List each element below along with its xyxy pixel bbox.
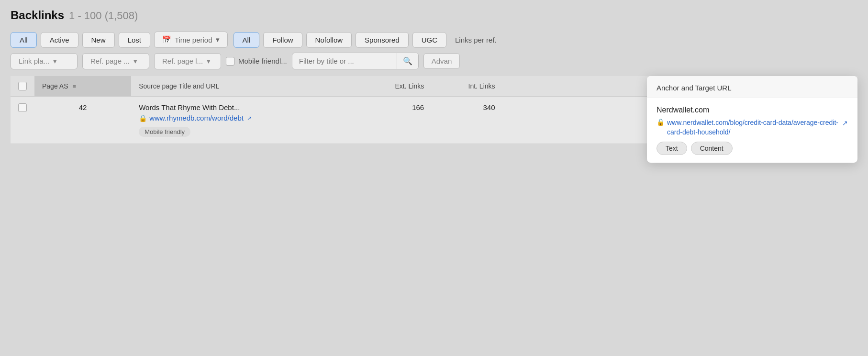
filter-row2: Link pla... ▾ Ref. page ... ▾ Ref. page … [11, 53, 857, 69]
mobile-friendly-label: Mobile friendl... [238, 57, 287, 65]
anchor-domain: Nerdwallet.com [657, 106, 848, 114]
ext-links-cell: 166 [357, 97, 432, 144]
select-all-checkbox[interactable] [18, 82, 27, 90]
th-ext-links-label: Ext. Links [395, 82, 424, 90]
anchor-lock-icon: 🔒 [657, 118, 665, 126]
anchor-panel-header: Anchor and Target URL [647, 76, 857, 98]
anchor-url-row: 🔒 www.nerdwallet.com/blog/credit-card-da… [657, 118, 848, 137]
chevron-down-icon: ▾ [53, 57, 57, 66]
th-int-links: Int. Links [432, 76, 502, 97]
tab-new[interactable]: New [82, 32, 115, 48]
anchor-type-text-button[interactable]: Text [657, 142, 687, 155]
th-checkbox [11, 76, 34, 97]
page-title: Backlinks [11, 9, 64, 22]
tab-follow[interactable]: Follow [263, 32, 302, 48]
th-int-links-label: Int. Links [468, 82, 495, 90]
ref-page-dropdown[interactable]: Ref. page ... ▾ [82, 53, 149, 69]
anchor-type-content-button[interactable]: Content [691, 142, 733, 155]
filter-title-input[interactable] [292, 54, 397, 68]
source-cell: Words That Rhyme With Debt... 🔒 www.rhym… [131, 97, 357, 144]
time-period-label: Time period [175, 36, 212, 44]
th-source-label: Source page Title and URL [139, 82, 219, 90]
th-source: Source page Title and URL [131, 76, 357, 97]
anchor-panel-body: Nerdwallet.com 🔒 www.nerdwallet.com/blog… [647, 98, 857, 163]
table-and-panel: Page AS ≡ Source page Title and URL Ext.… [11, 76, 857, 144]
link-placement-label: Link pla... [19, 57, 49, 65]
row-checkbox[interactable] [18, 103, 27, 112]
source-url-link[interactable]: www.rhymedb.com/word/debt [149, 114, 244, 122]
mobile-friendly-row: Mobile friendl... [226, 57, 287, 66]
th-ext-links: Ext. Links [357, 76, 432, 97]
anchor-panel: Anchor and Target URL Nerdwallet.com 🔒 w… [647, 76, 857, 163]
tab-ugc[interactable]: UGC [412, 32, 446, 48]
page-as-cell: 42 [34, 97, 131, 144]
anchor-external-icon: ↗ [842, 119, 848, 127]
lock-icon: 🔒 [139, 114, 147, 122]
time-period-button[interactable]: 📅 Time period ▾ [154, 32, 228, 48]
sort-icon: ≡ [72, 83, 76, 90]
th-page-as-label: Page AS [42, 82, 68, 90]
link-placement-dropdown[interactable]: Link pla... ▾ [11, 53, 78, 69]
th-page-as[interactable]: Page AS ≡ [34, 76, 131, 97]
chevron-down-icon: ▾ [134, 57, 137, 66]
links-per-ref-label: Links per ref. [455, 36, 497, 44]
mobile-friendly-badge: Mobile friendly [139, 127, 190, 137]
ref-page-lang-dropdown[interactable]: Ref. page l... ▾ [154, 53, 221, 69]
mobile-badge: Mobile friendly [139, 124, 349, 137]
page-container: Backlinks 1 - 100 (1,508) All Active New… [0, 0, 868, 356]
advanced-button[interactable]: Advan [423, 53, 460, 69]
tab-follow-all[interactable]: All [234, 32, 260, 48]
source-url-row: 🔒 www.rhymedb.com/word/debt ↗ [139, 114, 349, 122]
tab-lost[interactable]: Lost [119, 32, 150, 48]
external-link-icon: ↗ [247, 115, 252, 122]
calendar-icon: 📅 [162, 35, 171, 44]
header-row: Backlinks 1 - 100 (1,508) [11, 9, 857, 22]
chevron-down-icon: ▾ [216, 35, 220, 44]
filter-row1: All Active New Lost 📅 Time period ▾ All … [11, 32, 857, 48]
source-title: Words That Rhyme With Debt... [139, 103, 349, 111]
tab-sponsored[interactable]: Sponsored [356, 32, 409, 48]
chevron-down-icon: ▾ [207, 57, 211, 66]
mobile-friendly-checkbox[interactable] [226, 57, 234, 66]
int-links-value: 340 [483, 103, 495, 111]
page-subtitle: 1 - 100 (1,508) [69, 10, 138, 22]
ref-page-lang-label: Ref. page l... [162, 57, 203, 65]
follow-group: All Follow Nofollow Sponsored UGC [234, 32, 446, 48]
anchor-type-row: Text Content [657, 142, 848, 155]
filter-title-input-wrapper: 🔍 [292, 53, 419, 69]
int-links-cell: 340 [432, 97, 502, 144]
anchor-panel-title: Anchor and Target URL [657, 84, 731, 92]
ref-page-label: Ref. page ... [90, 57, 130, 65]
row-checkbox-cell [11, 97, 34, 144]
tab-all[interactable]: All [11, 32, 37, 48]
ext-links-value: 166 [412, 103, 424, 111]
anchor-url-link[interactable]: www.nerdwallet.com/blog/credit-card-data… [667, 118, 839, 137]
tab-nofollow[interactable]: Nofollow [306, 32, 352, 48]
page-as-value: 42 [79, 103, 87, 111]
tab-active[interactable]: Active [41, 32, 78, 48]
search-button[interactable]: 🔍 [397, 53, 418, 69]
